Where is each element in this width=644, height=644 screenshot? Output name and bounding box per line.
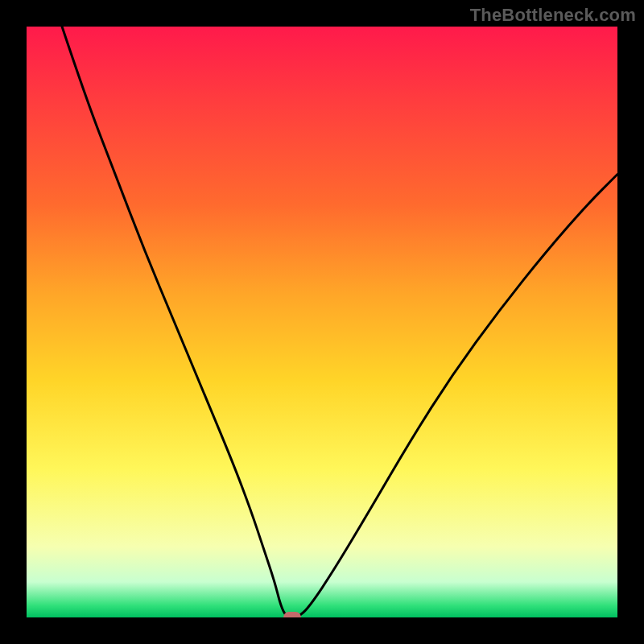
watermark-text: TheBottleneck.com: [470, 5, 636, 26]
plot-area: [27, 27, 617, 617]
bottleneck-curve: [62, 27, 617, 617]
optimum-marker: [283, 612, 301, 617]
curve-svg: [27, 27, 617, 617]
chart-frame: TheBottleneck.com: [0, 0, 644, 644]
